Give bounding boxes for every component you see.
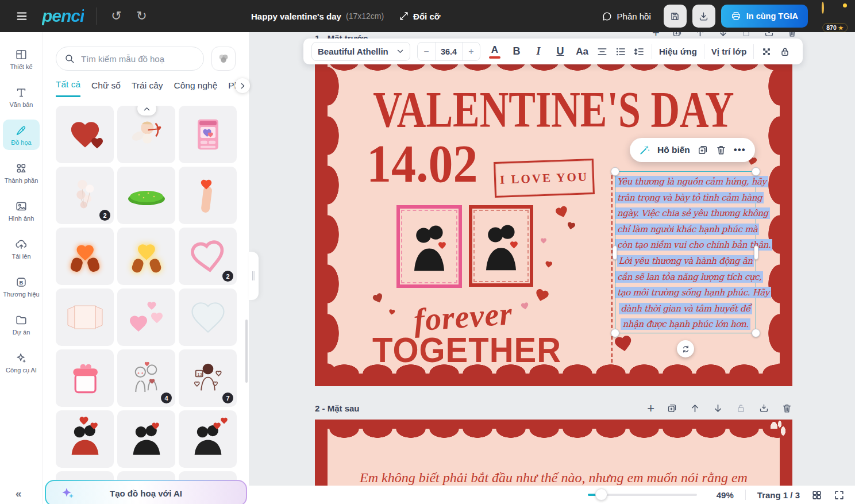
- handle-bottom-right[interactable]: [752, 329, 760, 337]
- graphic-tile-couple-hug-1[interactable]: [117, 410, 175, 468]
- textbox-line[interactable]: nhận được hạnh phúc lớn hơn.: [615, 317, 756, 333]
- resize-button[interactable]: Đổi cỡ: [399, 11, 440, 21]
- add-page-icon[interactable]: +: [647, 403, 654, 414]
- underline-button[interactable]: U: [553, 43, 568, 60]
- download-button[interactable]: [692, 5, 715, 28]
- sidebar-item-2[interactable]: Đồ họa: [3, 120, 40, 150]
- love-stamp-box[interactable]: I LOVE YOU: [494, 159, 595, 198]
- textbox-line[interactable]: Yêu thương là nguồn cảm hứng, hãy: [615, 174, 756, 190]
- trash-icon[interactable]: [715, 144, 727, 156]
- sidebar-item-0[interactable]: Thiết kế: [3, 44, 40, 74]
- save-page-icon[interactable]: [758, 403, 769, 414]
- delete-page-icon[interactable]: [787, 32, 798, 38]
- collapse-grid-button[interactable]: [137, 106, 156, 116]
- collapse-panel-icon[interactable]: «: [16, 487, 22, 500]
- graphic-tile-glass-heart[interactable]: [179, 288, 237, 346]
- sidebar-item-8[interactable]: Công cụ AI: [3, 347, 40, 378]
- text-color-button[interactable]: A: [487, 43, 502, 60]
- duplicate-icon[interactable]: [697, 144, 708, 156]
- couple-stamp-pink[interactable]: [396, 205, 462, 288]
- tabs-scroll-right[interactable]: [235, 78, 250, 93]
- zoom-slider[interactable]: [588, 494, 697, 496]
- graphic-tile-ribbon-heart[interactable]: 2: [179, 228, 237, 285]
- move-up-icon[interactable]: [690, 403, 700, 414]
- sidebar-item-6[interactable]: BThương hiệu: [3, 271, 40, 302]
- rotate-handle[interactable]: [677, 340, 694, 357]
- sidebar-item-7[interactable]: Dự án: [3, 309, 40, 340]
- undo-icon[interactable]: ↺: [110, 10, 122, 22]
- graphic-tile-paper-heart[interactable]: [56, 106, 114, 163]
- duplicate-page-icon[interactable]: [672, 32, 683, 38]
- graphic-tile-couple-hug-2[interactable]: [179, 410, 237, 468]
- textbox-line[interactable]: chỉ làm người khác hạnh phúc mà: [615, 222, 756, 238]
- graphic-tile-sketch-couple-hearts[interactable]: 137: [179, 349, 237, 407]
- transparency-button[interactable]: [761, 46, 772, 57]
- save-button[interactable]: [664, 5, 687, 28]
- handle-top-left[interactable]: [611, 167, 619, 176]
- tab-chữ-số[interactable]: Chữ số: [91, 80, 121, 97]
- graphic-tile-pink-frame[interactable]: [56, 288, 114, 346]
- textbox-line[interactable]: ngày. Việc chia sẻ yêu thương không: [615, 206, 756, 222]
- handle-mid-left[interactable]: [613, 245, 617, 260]
- italic-button[interactable]: I: [531, 43, 546, 60]
- canvas-area[interactable]: 1 - Mặt trước + Beautiful Athellin − 36.…: [249, 32, 855, 504]
- effects-button[interactable]: Hiệu ứng: [659, 47, 697, 56]
- move-down-icon[interactable]: [718, 32, 729, 38]
- magic-label[interactable]: Hô biến: [657, 145, 690, 155]
- duplicate-page-icon[interactable]: [667, 403, 677, 414]
- sidebar-item-4[interactable]: Hình ảnh: [3, 195, 40, 226]
- graphic-tile-hands-glow-heart[interactable]: [117, 228, 175, 285]
- handle-mid-right[interactable]: [754, 245, 758, 260]
- color-filter-button[interactable]: [211, 47, 236, 71]
- move-down-icon[interactable]: [712, 403, 723, 414]
- fullscreen-icon[interactable]: [834, 490, 845, 501]
- pages-grid-icon[interactable]: [811, 490, 822, 501]
- graphic-tile-sketch-couple[interactable]: 4: [117, 349, 175, 407]
- graphic-tile-grass-mound[interactable]: [117, 167, 175, 224]
- couple-stamp-red[interactable]: [469, 205, 533, 287]
- create-with-ai-button[interactable]: Tạo đồ hoạ với AI: [45, 480, 247, 504]
- app-logo[interactable]: penci: [42, 6, 84, 26]
- add-page-icon[interactable]: +: [652, 32, 660, 38]
- layer-position-button[interactable]: Vị trí lớp: [711, 47, 747, 56]
- panel-scrollbar[interactable]: [245, 320, 248, 383]
- tab-công-nghệ[interactable]: Công nghệ: [174, 80, 218, 97]
- panel-resize-handle[interactable]: [249, 252, 259, 300]
- search-input[interactable]: [81, 54, 190, 64]
- graphic-tile-gift-box[interactable]: [56, 349, 114, 407]
- feedback-button[interactable]: Phản hồi: [602, 11, 651, 22]
- graphic-tile-arcade-love-machine[interactable]: [179, 106, 237, 163]
- card-together[interactable]: TOGETHER: [372, 329, 561, 370]
- handle-top-right[interactable]: [752, 167, 760, 176]
- unlock-page-icon[interactable]: [741, 32, 752, 38]
- tab-tất-cả[interactable]: Tất cả: [56, 79, 80, 97]
- tab-trái-cây[interactable]: Trái cây: [132, 80, 163, 97]
- bold-button[interactable]: B: [509, 43, 524, 60]
- unlock-page-icon[interactable]: [735, 403, 746, 414]
- move-up-icon[interactable]: [695, 32, 706, 38]
- graphic-tile-couple-hug-red[interactable]: [56, 410, 114, 468]
- textbox-line[interactable]: Lời yêu thương và hành động ân: [615, 253, 756, 270]
- text-case-button[interactable]: Aa: [575, 43, 590, 60]
- print-button[interactable]: In cùng TGIA: [721, 5, 808, 28]
- list-button[interactable]: [615, 46, 626, 57]
- save-page-icon[interactable]: [764, 32, 775, 38]
- page2-message[interactable]: Em không biết phải bắt đầu như thế nào, …: [345, 470, 762, 486]
- textbox-line[interactable]: còn tạo niềm vui cho chính bản thân.: [615, 237, 756, 253]
- redo-icon[interactable]: ↻: [135, 10, 148, 22]
- graphic-tile-balloons[interactable]: 2: [56, 167, 114, 224]
- handle-bottom-left[interactable]: [611, 329, 619, 337]
- line-spacing-button[interactable]: [633, 46, 645, 57]
- user-avatar[interactable]: 870★: [822, 3, 848, 29]
- sidebar-item-3[interactable]: Thành phần: [3, 157, 40, 188]
- textbox-line[interactable]: trân trọng và bày tỏ tình cảm hàng: [615, 190, 756, 206]
- graphic-tile-hand-holding-heart[interactable]: [179, 167, 237, 224]
- menu-icon[interactable]: [14, 10, 29, 22]
- font-size-increase[interactable]: +: [463, 43, 480, 60]
- font-family-select[interactable]: Beautiful Athellin: [311, 42, 410, 61]
- card-date[interactable]: 14.02: [367, 133, 478, 195]
- magic-wand-icon[interactable]: [639, 144, 650, 156]
- font-size-value[interactable]: 36.4: [435, 43, 463, 60]
- sidebar-item-5[interactable]: Tải lên: [3, 233, 40, 264]
- selected-textbox[interactable]: Yêu thương là nguồn cảm hứng, hãytrân tr…: [615, 171, 756, 333]
